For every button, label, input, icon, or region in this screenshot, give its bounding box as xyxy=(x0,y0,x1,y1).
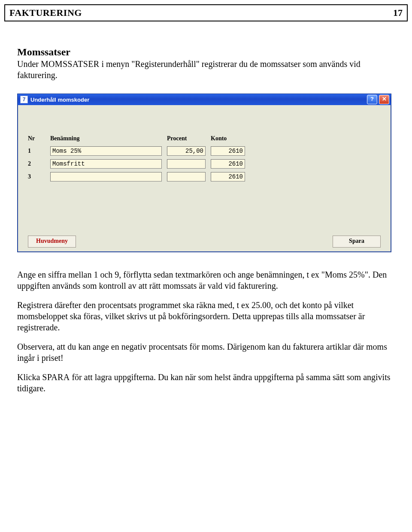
section-intro: Under MOMSSATSER i menyn "Registerunderh… xyxy=(17,59,395,81)
dialog-footer: Huvudmeny Spara xyxy=(18,193,391,252)
titlebar: 7 Underhåll momskoder ? ✕ xyxy=(18,94,391,105)
save-button[interactable]: Spara xyxy=(333,236,381,248)
account-input[interactable]: 2610 xyxy=(211,172,245,181)
page-header: FAKTURERING 17 xyxy=(4,4,408,21)
percent-input[interactable] xyxy=(167,172,206,181)
paragraph-4: Klicka SPARA för att lagra uppgifterna. … xyxy=(17,372,395,394)
row-number: 1 xyxy=(28,148,45,154)
paragraph-3: Observera, att du kan ange en negativ pr… xyxy=(17,342,395,363)
name-input[interactable]: Moms 25% xyxy=(50,146,162,156)
row-number: 2 xyxy=(28,160,45,167)
name-input[interactable] xyxy=(50,172,162,181)
app-icon: 7 xyxy=(20,96,28,103)
window-title: Underhåll momskoder xyxy=(30,97,365,103)
name-input[interactable]: Momsfritt xyxy=(50,159,162,169)
dialog-body: Nr Benämning Procent Konto 1 Moms 25% 25… xyxy=(18,105,391,193)
table-row: 2 Momsfritt 2610 xyxy=(28,159,381,169)
table-row: 3 2610 xyxy=(28,172,381,181)
p4-smallcaps: SPARA xyxy=(42,372,70,382)
page-header-title: FAKTURERING xyxy=(9,7,82,18)
col-header-percent: Procent xyxy=(167,135,206,142)
percent-input[interactable]: 25,00 xyxy=(167,146,206,156)
account-input[interactable]: 2610 xyxy=(211,146,245,156)
intro-smallcaps: MOMSSATSER xyxy=(41,59,99,69)
dialog-window: 7 Underhåll momskoder ? ✕ Nr Benämning P… xyxy=(17,94,391,252)
section-heading: Momssatser xyxy=(17,46,395,58)
p4-text-b: för att lagra uppgifterna. Du kan när so… xyxy=(17,372,390,393)
close-icon[interactable]: ✕ xyxy=(379,95,389,104)
paragraph-1: Ange en siffra mellan 1 och 9, förflytta… xyxy=(17,269,395,291)
col-header-account: Konto xyxy=(211,135,245,142)
col-header-name: Benämning xyxy=(50,135,162,142)
main-menu-button[interactable]: Huvudmeny xyxy=(28,236,76,248)
account-input[interactable]: 2610 xyxy=(211,159,245,169)
table-row: 1 Moms 25% 25,00 2610 xyxy=(28,146,381,156)
page-number: 17 xyxy=(393,7,403,18)
intro-text-a: Under xyxy=(17,59,41,69)
percent-input[interactable] xyxy=(167,159,206,169)
row-number: 3 xyxy=(28,173,45,180)
paragraph-2: Registrera därefter den procentsats prog… xyxy=(17,300,395,333)
p4-text-a: Klicka xyxy=(17,372,42,382)
help-icon[interactable]: ? xyxy=(367,95,377,104)
col-header-nr: Nr xyxy=(28,135,45,142)
